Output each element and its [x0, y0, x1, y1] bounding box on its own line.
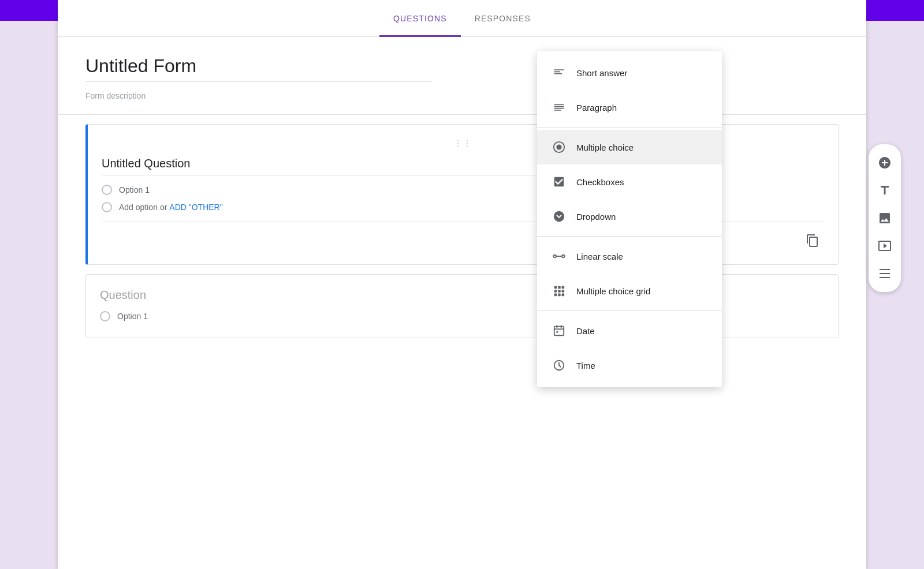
short-answer-icon — [549, 62, 569, 83]
dropdown-icon — [549, 206, 569, 227]
menu-item-multiple-choice-grid[interactable]: Multiple choice grid — [537, 274, 722, 308]
main-container: QUESTIONS RESPONSES Untitled Form Form d… — [58, 0, 866, 569]
copy-icon[interactable] — [801, 229, 824, 255]
svg-rect-16 — [554, 327, 564, 336]
menu-item-checkboxes[interactable]: Checkboxes — [537, 164, 722, 199]
multiple-choice-grid-icon — [549, 280, 569, 301]
svg-point-4 — [553, 255, 556, 258]
menu-divider-2 — [537, 236, 722, 237]
menu-item-dropdown[interactable]: Dropdown — [537, 199, 722, 234]
menu-divider-1 — [537, 127, 722, 128]
tab-questions[interactable]: QUESTIONS — [379, 0, 461, 37]
form-header: Untitled Form Form description — [58, 37, 866, 115]
svg-rect-10 — [554, 290, 557, 293]
linear-scale-icon — [549, 246, 569, 267]
dropdown-menu: Short answer Paragraph Multiple choice — [537, 51, 722, 387]
date-icon — [549, 320, 569, 341]
question-card-2: Question Option 1 — [85, 274, 839, 338]
question-card-1: ⋮⋮ Untitled Question Option 1 Add option… — [85, 124, 839, 265]
add-section-button[interactable] — [873, 262, 896, 285]
svg-rect-11 — [558, 290, 561, 293]
form-title[interactable]: Untitled Form — [85, 55, 432, 82]
right-toolbar — [869, 144, 901, 292]
form-description[interactable]: Form description — [85, 91, 839, 100]
menu-item-short-answer[interactable]: Short answer — [537, 55, 722, 90]
add-option-text[interactable]: Add option — [119, 203, 158, 212]
menu-item-paragraph[interactable]: Paragraph — [537, 90, 722, 125]
menu-item-date[interactable]: Date — [537, 313, 722, 348]
add-video-button[interactable] — [873, 234, 896, 257]
svg-rect-14 — [558, 294, 561, 297]
checkboxes-icon — [549, 171, 569, 192]
svg-rect-13 — [554, 294, 557, 297]
menu-item-linear-scale[interactable]: Linear scale — [537, 239, 722, 274]
add-title-button[interactable] — [873, 179, 896, 202]
add-question-button[interactable] — [873, 151, 896, 174]
svg-point-5 — [562, 255, 565, 258]
svg-rect-15 — [562, 294, 565, 297]
add-image-button[interactable] — [873, 207, 896, 230]
svg-rect-12 — [562, 290, 565, 293]
add-other-link[interactable]: ADD "OTHER" — [169, 203, 222, 212]
multiple-choice-icon — [549, 137, 569, 158]
svg-rect-20 — [556, 331, 558, 333]
tabs-bar: QUESTIONS RESPONSES — [58, 0, 866, 37]
svg-rect-8 — [558, 286, 561, 289]
menu-divider-3 — [537, 310, 722, 311]
svg-rect-9 — [562, 286, 565, 289]
time-icon — [549, 355, 569, 376]
radio-option-1 — [102, 185, 112, 195]
or-text: or — [160, 203, 167, 212]
tab-responses[interactable]: RESPONSES — [461, 0, 545, 37]
menu-item-time[interactable]: Time — [537, 348, 722, 383]
svg-point-3 — [554, 211, 564, 222]
paragraph-icon — [549, 97, 569, 118]
menu-item-multiple-choice[interactable]: Multiple choice — [537, 130, 722, 164]
question-title[interactable]: Untitled Question — [102, 157, 608, 175]
svg-rect-7 — [554, 286, 557, 289]
radio-option-2 — [100, 311, 110, 321]
svg-point-1 — [556, 144, 561, 149]
radio-add — [102, 202, 112, 212]
